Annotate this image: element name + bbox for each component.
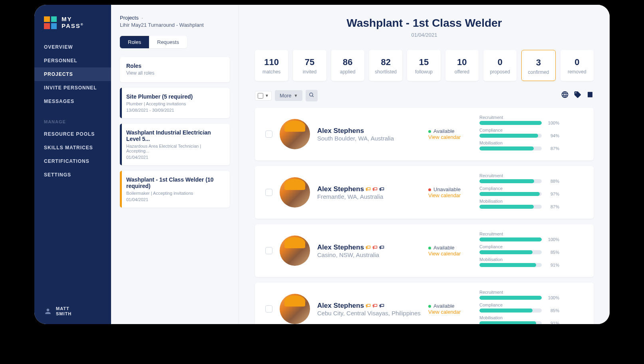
candidate-checkbox[interactable]: [265, 131, 272, 138]
stat-label: followup: [410, 69, 437, 75]
breadcrumb-root[interactable]: Projects: [120, 15, 139, 21]
role-card[interactable]: Washplant Industrial Electrician Level 5…: [120, 124, 230, 165]
view-calendar-link[interactable]: View calendar: [428, 251, 472, 257]
stat-offered[interactable]: 10 offered: [445, 50, 479, 81]
roles-header-sub: View all roles: [126, 70, 223, 77]
sidebar-item-invite-personnel[interactable]: INVITE PERSONNEL: [34, 81, 111, 95]
tag-icon: 🏷: [366, 186, 371, 192]
meter-recruitment: Recruitment 100%: [479, 290, 559, 300]
role-dates: 01/04/2021: [126, 197, 223, 202]
candidate-card[interactable]: Alex Stephens 🏷 🏷 🏷 Casino, NSW, Austral…: [255, 224, 594, 277]
more-button[interactable]: More ▼: [275, 90, 303, 101]
stat-label: matches: [258, 69, 285, 75]
panel-icon[interactable]: [586, 91, 594, 101]
candidate-card[interactable]: Alex Stephens South Boulder, WA, Austral…: [255, 108, 594, 160]
sidebar-item-personnel[interactable]: PERSONNEL: [34, 54, 111, 67]
availability: Unavailable View calendar: [428, 186, 472, 198]
tag-icon: 🏷: [366, 244, 371, 250]
candidate-card[interactable]: Alex Stephens 🏷 🏷 🏷 Fremantle, WA, Austr…: [255, 166, 594, 219]
tag-icon[interactable]: [574, 91, 582, 101]
manage-label: MANAGE: [34, 116, 111, 127]
tab-requests[interactable]: Requests: [149, 36, 187, 48]
stat-shortlisted[interactable]: 82 shortlisted: [369, 50, 402, 81]
select-all-dropdown[interactable]: ▼: [255, 91, 272, 101]
stat-applied[interactable]: 86 applied: [331, 50, 364, 81]
tag-icon: 🏷: [379, 244, 384, 250]
breadcrumb-current: Lihir May21 Turnaround - Washplant: [120, 22, 204, 28]
candidate-toolbar: ▼ More ▼: [255, 90, 594, 101]
meter-compliance: Compliance 85%: [479, 303, 559, 313]
search-button[interactable]: [306, 90, 318, 101]
meter-compliance: Compliance 94%: [479, 128, 559, 138]
candidate-card[interactable]: Alex Stephens 🏷 🏷 🏷 Cebu City, Central V…: [255, 283, 594, 324]
meter-mobilisation: Mobilisation 87%: [479, 199, 559, 209]
stat-label: shortlisted: [372, 69, 399, 75]
sidebar-item-messages[interactable]: MESSAGES: [34, 95, 111, 108]
manage-nav-group: MANAGE RESOURCE POOLSSKILLS MATRICESCERT…: [34, 116, 111, 182]
brand-text: MY PASS®: [62, 16, 84, 29]
meter-compliance: Compliance 97%: [479, 186, 559, 196]
user-icon: [44, 307, 52, 315]
status-dot-icon: [428, 130, 431, 133]
role-meta: Plumber | Accepting invitations: [126, 101, 223, 106]
candidate-location: Cebu City, Central Visayas, Philippines: [317, 310, 421, 317]
primary-nav: OVERVIEWPERSONNELPROJECTSINVITE PERSONNE…: [34, 40, 111, 108]
svg-rect-2: [588, 92, 592, 97]
view-calendar-link[interactable]: View calendar: [428, 192, 472, 198]
stat-number: 0: [487, 57, 513, 67]
stat-number: 86: [334, 57, 361, 67]
stat-number: 75: [296, 57, 323, 67]
main-content: Washplant - 1st Class Welder 01/04/2021 …: [239, 5, 610, 324]
stat-followup[interactable]: 15 followup: [407, 50, 440, 81]
stat-label: removed: [564, 69, 590, 75]
meter-recruitment: Recruitment 100%: [479, 115, 559, 125]
meter-mobilisation: Mobilisation 91%: [479, 315, 559, 324]
roles-header-title: Roles: [126, 63, 223, 69]
meter-compliance: Compliance 85%: [479, 244, 559, 255]
sidebar-item-overview[interactable]: OVERVIEW: [34, 40, 111, 54]
availability: Available View calendar: [428, 303, 472, 315]
sidebar-item-skills-matrices[interactable]: SKILLS MATRICES: [34, 141, 111, 154]
current-user[interactable]: MATT SMITH: [34, 306, 111, 317]
view-calendar-link[interactable]: View calendar: [428, 309, 472, 315]
candidate-name: Alex Stephens: [317, 127, 421, 135]
roles-header-card[interactable]: Roles View all roles: [120, 57, 230, 82]
stat-removed[interactable]: 0 removed: [561, 50, 594, 81]
stat-label: applied: [334, 69, 361, 75]
sidebar-item-settings[interactable]: SETTINGS: [34, 168, 111, 182]
candidate-name: Alex Stephens 🏷 🏷 🏷: [317, 302, 421, 310]
role-card[interactable]: Site Plumber (5 required) Plumber | Acce…: [120, 88, 230, 118]
stat-invited[interactable]: 75 invited: [293, 50, 326, 81]
sidebar-item-resource-pools[interactable]: RESOURCE POOLS: [34, 127, 111, 141]
roles-panel: Projects · Lihir May21 Turnaround - Wash…: [111, 5, 239, 324]
tag-icon: 🏷: [372, 186, 378, 192]
page-title: Washplant - 1st Class Welder: [255, 17, 594, 30]
globe-icon[interactable]: [561, 91, 569, 101]
candidate-location: Fremantle, WA, Australia: [317, 193, 421, 200]
stat-proposed[interactable]: 0 proposed: [483, 50, 517, 81]
status-counters: 110 matches75 invited86 applied82 shortl…: [255, 50, 594, 81]
stat-matches[interactable]: 110 matches: [255, 50, 288, 81]
tab-roles[interactable]: Roles: [120, 36, 149, 48]
stat-number: 0: [564, 57, 590, 67]
view-calendar-link[interactable]: View calendar: [428, 134, 472, 140]
candidate-location: Casino, NSW, Australia: [317, 251, 421, 258]
candidate-checkbox[interactable]: [265, 305, 272, 313]
tag-icon: 🏷: [379, 303, 384, 309]
candidate-checkbox[interactable]: [265, 189, 272, 196]
avatar: [280, 119, 310, 149]
sidebar-item-certifications[interactable]: CERTIFICATIONS: [34, 154, 111, 168]
role-dates: 01/04/2021: [126, 155, 223, 160]
tag-icon: 🏷: [366, 303, 371, 309]
stat-confirmed[interactable]: 3 confirmed: [521, 50, 555, 81]
status-dot-icon: [428, 188, 431, 191]
svg-point-0: [310, 93, 313, 96]
stat-label: invited: [296, 69, 323, 75]
tag-icon: 🏷: [372, 303, 378, 309]
roles-requests-tabs: Roles Requests: [120, 36, 187, 48]
role-card[interactable]: Washplant - 1st Class Welder (10 require…: [120, 171, 230, 208]
select-all-checkbox[interactable]: [258, 93, 263, 99]
stat-number: 15: [410, 57, 437, 67]
sidebar-item-projects[interactable]: PROJECTS: [34, 67, 111, 81]
candidate-checkbox[interactable]: [265, 247, 272, 254]
